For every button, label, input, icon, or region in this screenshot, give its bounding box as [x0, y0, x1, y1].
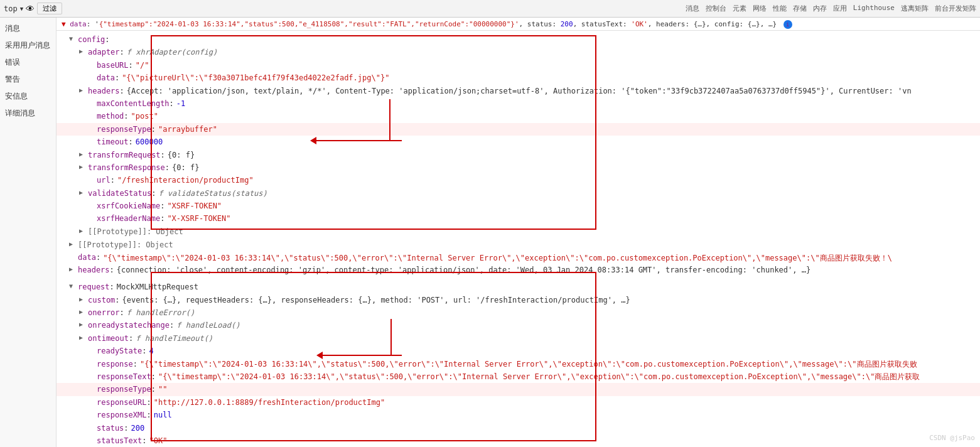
tab-elements[interactable]: 元素 [733, 4, 746, 13]
prototype-1-row: [[Prototype]]: Object [57, 225, 980, 238]
config-block: config: adapter: f xhrAdapter(config) ba… [57, 31, 980, 240]
ot-toggle[interactable] [79, 332, 88, 343]
data-middle-row: data: "{\"timestamp\":\"2024-01-03 16:33… [57, 253, 980, 266]
p2-toggle[interactable] [69, 240, 78, 247]
headers-toggle[interactable] [79, 85, 88, 95]
toolbar: top ▼ 👁 过滤 消息 控制台 元素 网络 性能 存储 内存 应用 Ligh… [0, 0, 980, 18]
transform-response-row: transformResponse: {0: f} [57, 161, 980, 174]
status-row: status: 200 [57, 422, 980, 434]
headers-middle-row: headers: {connection: 'close', content-e… [57, 266, 980, 278]
trr-toggle[interactable] [79, 161, 88, 172]
responseurl-row: responseURL: "http://127.0.0.1:8889/fres… [57, 396, 980, 409]
top-label[interactable]: top ▼ [4, 4, 23, 13]
validate-status-row: validateStatus: f validateStatus(status) [57, 187, 980, 200]
baseurl-row: baseURL: "/" [57, 59, 980, 72]
headers-row: headers: {Accept: 'application/json, tex… [57, 85, 980, 97]
tab-escape[interactable]: 逃离矩阵 [901, 4, 929, 13]
filter-button[interactable]: 过滤 [37, 3, 62, 14]
top-text: top [4, 4, 18, 13]
config-row: config: [57, 33, 980, 46]
tab-console[interactable]: 控制台 [706, 4, 726, 13]
responsetype-arraybuffer-row: responseType: "arraybuffer" [57, 123, 980, 136]
response-row: response: "{\"timestamp\":\"2024-01-03 1… [57, 358, 980, 370]
statustext-row: statusText: "OK" [57, 434, 980, 447]
content-area[interactable]: ▼ data: '{"timestamp":"2024-01-03 16:33:… [57, 18, 980, 447]
url-row: url: "/freshInteraction/productImg" [57, 174, 980, 186]
tab-frontend[interactable]: 前台开发矩阵 [935, 4, 976, 13]
data-header-line: ▼ data: '{"timestamp":"2024-01-03 16:33:… [57, 19, 980, 31]
sidebar-item-warnings[interactable]: 警告 [0, 71, 56, 88]
onerror-row: onerror: f handleError() [57, 306, 980, 319]
tab-network[interactable]: 网络 [753, 4, 767, 13]
sidebar: 消息 采用用户消息 错误 警告 安信息 详细消息 [0, 18, 57, 447]
xsrf-cookie-row: xsrfCookieName: "XSRF-TOKEN" [57, 200, 980, 212]
config-toggle[interactable] [69, 33, 78, 44]
data-field-row: data: "{\"pictureUrl\":\"f30a3071befc41f… [57, 72, 980, 84]
tab-application[interactable]: 应用 [833, 4, 847, 13]
maxcontentlength-row: maxContentLength: -1 [57, 97, 980, 110]
tab-performance[interactable]: 性能 [773, 4, 787, 13]
transform-request-row: transformRequest: {0: f} [57, 149, 980, 161]
timeout-row: timeout: 600000 [57, 136, 980, 148]
adapter-toggle[interactable] [79, 46, 88, 57]
main-layout: 消息 采用用户消息 错误 警告 安信息 详细消息 ▼ data: '{"time… [0, 18, 980, 447]
request-block: request: MockXMLHttpRequest custom: {eve… [57, 278, 980, 447]
tab-memory[interactable]: 内存 [813, 4, 827, 13]
tab-messages[interactable]: 消息 [686, 4, 699, 13]
method-row: method: "post" [57, 110, 980, 122]
sidebar-item-errors[interactable]: 错误 [0, 54, 56, 71]
sidebar-item-messages[interactable]: 消息 [0, 20, 56, 37]
request-row: request: MockXMLHttpRequest [57, 281, 980, 293]
p1-toggle[interactable] [79, 225, 88, 236]
hm-toggle[interactable] [69, 266, 78, 272]
vs-toggle[interactable] [79, 187, 88, 198]
prototype-2-row: [[Prototype]]: Object [57, 240, 980, 253]
readystate-row: readyState: 4 [57, 345, 980, 357]
custom-row: custom: {events: {…}, requestHeaders: {…… [57, 294, 980, 306]
info-icon[interactable]: i [783, 20, 792, 29]
adapter-row: adapter: f xhrAdapter(config) [57, 46, 980, 58]
responsetext-row: responseText: "{\"timestamp\":\"2024-01-… [57, 370, 980, 383]
tr-toggle[interactable] [79, 149, 88, 159]
orsc-toggle[interactable] [79, 319, 88, 330]
dropdown-arrow[interactable]: ▼ [20, 6, 23, 12]
tab-storage[interactable]: 存储 [793, 4, 807, 13]
custom-toggle[interactable] [79, 294, 88, 304]
watermark: CSDN @jsPao [929, 434, 975, 442]
responsetype-empty-row: responseType: "" [57, 383, 980, 396]
request-toggle[interactable] [69, 281, 78, 291]
responsexml-row: responseXML: null [57, 409, 980, 421]
onreadystatechange-row: onreadystatechange: f handleLoad() [57, 319, 980, 331]
xsrf-header-row: xsrfHeaderName: "X-XSRF-TOKEN" [57, 212, 980, 225]
tab-lighthouse[interactable]: Lighthouse [853, 4, 895, 13]
sidebar-item-verbose[interactable]: 详细消息 [0, 105, 56, 122]
sidebar-item-user-messages[interactable]: 采用用户消息 [0, 37, 56, 54]
ontimeout-row: ontimeout: f handleTimeout() [57, 332, 980, 345]
eye-icon[interactable]: 👁 [26, 4, 35, 14]
oe-toggle[interactable] [79, 306, 88, 317]
sidebar-item-info[interactable]: 安信息 [0, 88, 56, 105]
